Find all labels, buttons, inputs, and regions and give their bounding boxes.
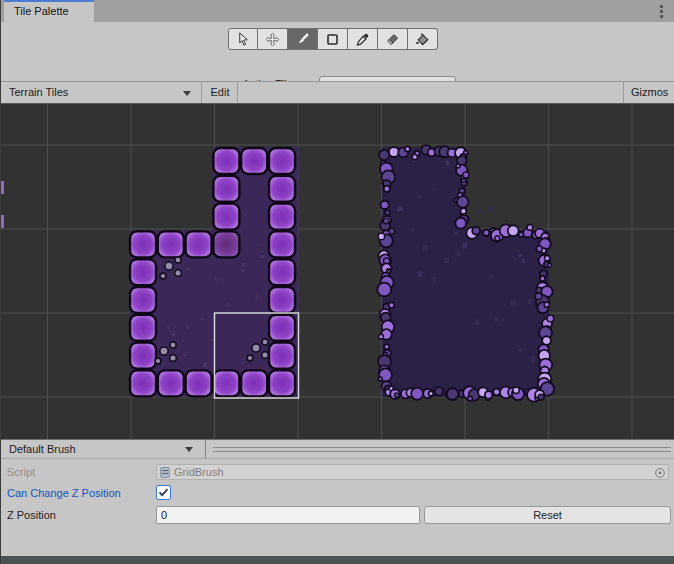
paint-brush-icon (295, 32, 310, 47)
palette-tiles-svg[interactable] (1, 104, 674, 439)
paint-brush-tool-button[interactable] (288, 28, 318, 50)
fill-bucket-icon (415, 32, 430, 47)
palette-name: Terrain Tiles (9, 86, 68, 98)
brush-dropdown[interactable]: Default Brush (1, 440, 206, 458)
script-value: GridBrush (174, 466, 224, 478)
box-fill-tool-button[interactable] (318, 28, 348, 50)
tool-button-group (228, 28, 438, 50)
tile-palette-canvas[interactable] (1, 104, 674, 439)
palette-header: Terrain Tiles Edit Gizmos (1, 81, 674, 104)
tile-palette-window: Tile Palette (1, 0, 674, 564)
script-object-field[interactable]: GridBrush (156, 464, 669, 480)
brush-name: Default Brush (9, 443, 76, 455)
window-bottom-edge (1, 556, 674, 564)
fill-bucket-tool-button[interactable] (408, 28, 438, 50)
cursor-icon (236, 32, 251, 47)
z-position-label: Z Position (7, 509, 56, 521)
eraser-tool-button[interactable] (378, 28, 408, 50)
move-tool-button[interactable] (258, 28, 288, 50)
box-outline-icon (325, 32, 340, 47)
tab-bar: Tile Palette (1, 0, 674, 22)
script-label: Script (7, 466, 35, 478)
object-picker-icon[interactable] (654, 467, 666, 479)
tile-picker-tool-button[interactable] (348, 28, 378, 50)
brush-inspector: Script GridBrush Can Change Z Position Z… (1, 459, 674, 556)
brush-bar: Default Brush (1, 439, 674, 459)
chevron-down-icon (185, 447, 193, 452)
chevron-down-icon (183, 91, 191, 96)
toolbar: Active Tilemap Tilemap (1, 22, 674, 81)
edit-button[interactable]: Edit (203, 82, 238, 103)
select-tool-button[interactable] (228, 28, 258, 50)
reset-button[interactable]: Reset (424, 506, 671, 524)
eraser-icon (385, 32, 400, 47)
move-icon (265, 32, 280, 47)
tab-tile-palette[interactable]: Tile Palette (4, 0, 94, 22)
eyedropper-icon (355, 32, 370, 47)
script-icon (160, 467, 170, 478)
horizontal-scrollbar[interactable] (213, 440, 671, 458)
check-icon (157, 486, 170, 499)
can-change-z-checkbox[interactable] (156, 485, 171, 500)
z-position-input[interactable] (156, 506, 420, 524)
tab-title: Tile Palette (14, 5, 69, 17)
palette-select-dropdown[interactable]: Terrain Tiles (1, 82, 202, 103)
gizmos-button[interactable]: Gizmos (623, 82, 674, 103)
kebab-menu-icon[interactable] (657, 3, 665, 19)
can-change-z-label: Can Change Z Position (7, 487, 121, 499)
